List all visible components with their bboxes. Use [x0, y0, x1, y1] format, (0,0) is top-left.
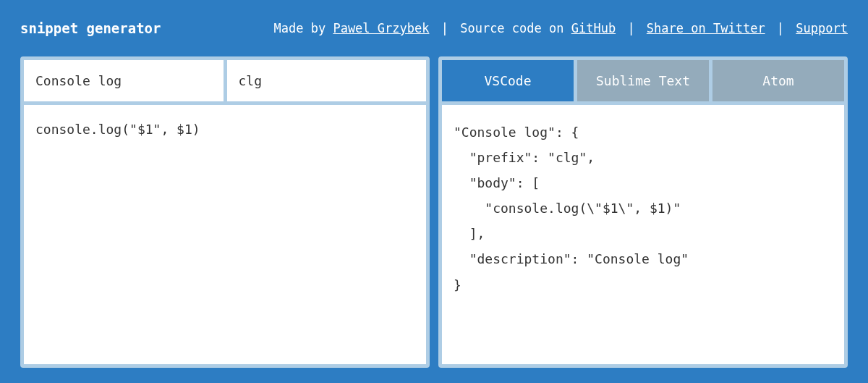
support-link[interactable]: Support — [796, 21, 848, 35]
header-links: Made by Pawel Grzybek | Source code on G… — [274, 21, 848, 35]
share-twitter-link[interactable]: Share on Twitter — [647, 21, 765, 35]
github-link[interactable]: GitHub — [571, 21, 616, 35]
header: snippet generator Made by Pawel Grzybek … — [0, 0, 868, 56]
tab-atom[interactable]: Atom — [709, 60, 844, 101]
separator: | — [770, 21, 792, 35]
separator: | — [433, 21, 456, 35]
main: VSCode Sublime Text Atom "Console log": … — [0, 56, 868, 368]
separator: | — [620, 21, 642, 35]
app-title: snippet generator — [20, 20, 161, 36]
trigger-input[interactable] — [227, 60, 427, 101]
tab-vscode[interactable]: VSCode — [442, 60, 574, 101]
author-link[interactable]: Pawel Grzybek — [333, 21, 429, 35]
description-input[interactable] — [24, 60, 227, 101]
snippet-body-textarea[interactable] — [24, 105, 426, 364]
output-code[interactable]: "Console log": { "prefix": "clg", "body"… — [442, 105, 844, 364]
inputs-row — [24, 60, 426, 105]
tabs-row: VSCode Sublime Text Atom — [442, 60, 844, 105]
input-panel — [20, 56, 430, 368]
output-panel: VSCode Sublime Text Atom "Console log": … — [438, 56, 848, 368]
made-by-label: Made by — [274, 21, 333, 35]
tab-sublime[interactable]: Sublime Text — [574, 60, 709, 101]
source-label: Source code on — [460, 21, 571, 35]
